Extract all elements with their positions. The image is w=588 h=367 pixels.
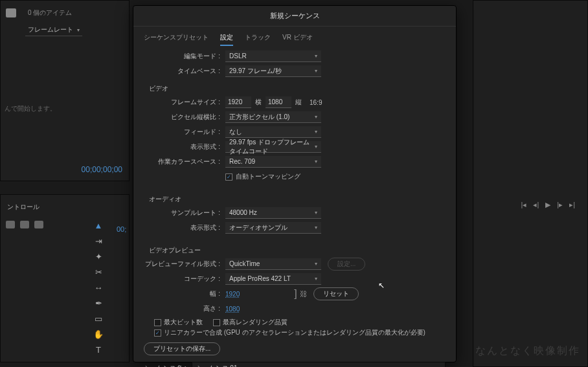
razor-tool-icon[interactable]: ✂ xyxy=(93,267,104,277)
track-select-tool-icon[interactable]: ⇥ xyxy=(93,236,104,246)
transport-controls: |◂ ◂| ▶ |▸ ▸| xyxy=(521,201,575,209)
max-bit-checkbox[interactable] xyxy=(154,319,161,326)
effect-controls-panel: ントロール xyxy=(0,194,130,362)
sequence-name-input[interactable] xyxy=(192,362,446,367)
edit-mode-select[interactable]: DSLR▾ xyxy=(225,50,321,62)
sequence-name-label: シーケンス名 : xyxy=(144,364,187,367)
linear-color-label: リニアカラーで合成 (GPU のアクセラレーションまたはレンダリング品質の最大化… xyxy=(164,328,425,337)
max-bit-label: 最大ビット数 xyxy=(164,318,203,327)
linear-color-checkbox[interactable] xyxy=(154,329,161,337)
chevron-down-icon: ▾ xyxy=(315,129,317,135)
step-fwd-icon[interactable]: |▸ xyxy=(557,201,563,209)
tab-settings[interactable]: 設定 xyxy=(220,33,233,46)
panel-icon-2[interactable] xyxy=(20,221,29,228)
program-monitor-panel xyxy=(473,0,588,367)
audio-display-fmt-label: 表示形式 : xyxy=(144,223,225,232)
timebase-select[interactable]: 29.97 フレーム/秒▾ xyxy=(225,65,321,77)
bracket-icon: ] xyxy=(294,288,297,300)
video-section-header: ビデオ xyxy=(149,84,446,93)
preview-height-label: 高さ : xyxy=(144,304,225,313)
preview-settings-button: 設定... xyxy=(328,258,365,271)
preview-file-fmt-label: プレビューファイル形式 : xyxy=(144,260,225,269)
chevron-down-icon: ▾ xyxy=(77,27,80,33)
play-icon[interactable]: ▶ xyxy=(545,201,550,209)
save-preset-button[interactable]: プリセットの保存... xyxy=(144,342,220,355)
color-space-label: 作業カラースペース : xyxy=(144,157,225,166)
edit-mode-label: 編集モード : xyxy=(144,52,225,61)
chevron-down-icon: ▾ xyxy=(315,53,317,59)
w-label: 横 xyxy=(255,98,262,107)
max-render-checkbox[interactable] xyxy=(213,319,220,326)
timeline-tools: ▲ ⇥ ✦ ✂ ↔ ✒ ▭ ✋ T xyxy=(91,220,106,355)
panel-title: ントロール xyxy=(6,200,124,214)
hand-tool-icon[interactable]: ✋ xyxy=(93,329,104,339)
link-icon[interactable]: ⛓ xyxy=(300,290,307,298)
panel-icon-3[interactable] xyxy=(34,221,43,228)
reset-button[interactable]: リセット xyxy=(313,287,359,300)
goto-out-icon[interactable]: ▸| xyxy=(569,201,575,209)
drop-hint: んで開始します。 xyxy=(5,104,56,113)
video-display-fmt-select[interactable]: 29.97 fps ドロップフレームタイムコード▾ xyxy=(225,141,321,153)
panel-icon-1[interactable] xyxy=(6,221,15,228)
fields-label: フィールド : xyxy=(144,128,225,137)
frame-width-input[interactable] xyxy=(225,96,251,108)
chevron-down-icon: ▾ xyxy=(315,210,317,216)
audio-section-header: オーディオ xyxy=(149,195,446,204)
par-select[interactable]: 正方形ピクセル (1.0)▾ xyxy=(225,111,321,123)
dialog-title: 新規シーケンス xyxy=(133,6,456,27)
slip-tool-icon[interactable]: ↔ xyxy=(93,282,104,293)
source-timecode: 00; xyxy=(117,225,126,233)
auto-tone-label: 自動トーンマッピング xyxy=(236,172,300,181)
chevron-down-icon: ▾ xyxy=(315,144,317,150)
chevron-down-icon: ▾ xyxy=(315,225,317,230)
aspect-label: 16:9 xyxy=(310,99,322,106)
rect-tool-icon[interactable]: ▭ xyxy=(93,313,104,324)
chevron-down-icon: ▾ xyxy=(315,276,317,282)
fields-select[interactable]: なし▾ xyxy=(225,126,321,138)
sample-rate-label: サンプルレート : xyxy=(144,208,225,217)
chevron-down-icon: ▾ xyxy=(315,159,317,164)
framerate-dropdown[interactable]: フレームレート ▾ xyxy=(25,24,82,36)
preview-width-label: 幅 : xyxy=(144,289,225,298)
bin-icon xyxy=(6,8,16,17)
preview-height-value[interactable]: 1080 xyxy=(225,306,240,313)
tab-vr[interactable]: VR ビデオ xyxy=(282,33,313,46)
chevron-down-icon: ▾ xyxy=(315,114,317,120)
codec-label: コーデック : xyxy=(144,274,225,284)
project-items-count: 0 個のアイテム xyxy=(23,6,77,20)
project-timecode: 00;00;00;00 xyxy=(82,165,122,174)
color-space-select[interactable]: Rec. 709▾ xyxy=(225,156,321,168)
ripple-tool-icon[interactable]: ✦ xyxy=(93,251,104,261)
preview-width-value[interactable]: 1920 xyxy=(225,291,240,298)
frame-size-label: フレームサイズ : xyxy=(144,98,225,107)
project-panel: 0 個のアイテム フレームレート ▾ んで開始します。 00;00;00;00 xyxy=(0,0,130,181)
pen-tool-icon[interactable]: ✒ xyxy=(93,298,104,308)
sample-rate-select[interactable]: 48000 Hz▾ xyxy=(225,207,321,219)
chevron-down-icon: ▾ xyxy=(315,68,317,74)
tab-presets[interactable]: シーケンスプリセット xyxy=(144,33,209,46)
codec-select[interactable]: Apple ProRes 422 LT▾ xyxy=(225,273,321,285)
audio-display-fmt-select[interactable]: オーディオサンプル▾ xyxy=(225,222,321,234)
new-sequence-dialog: 新規シーケンス シーケンスプリセット 設定 トラック VR ビデオ 編集モード … xyxy=(133,5,457,362)
max-render-label: 最高レンダリング品質 xyxy=(223,318,288,327)
par-label: ピクセル縦横比 : xyxy=(144,113,225,122)
chevron-down-icon: ▾ xyxy=(315,261,317,267)
tab-tracks[interactable]: トラック xyxy=(245,33,271,46)
preview-section-header: ビデオプレビュー xyxy=(149,246,446,255)
dialog-tabs: シーケンスプリセット 設定 トラック VR ビデオ xyxy=(133,27,456,46)
frame-height-input[interactable] xyxy=(266,96,291,108)
step-back-icon[interactable]: ◂| xyxy=(533,201,539,209)
preview-file-fmt-select[interactable]: QuickTime▾ xyxy=(225,258,321,270)
selection-tool-icon[interactable]: ▲ xyxy=(93,220,104,230)
goto-in-icon[interactable]: |◂ xyxy=(521,201,527,209)
type-tool-icon[interactable]: T xyxy=(93,344,104,355)
timebase-label: タイムベース : xyxy=(144,67,225,76)
h-label: 縦 xyxy=(295,98,302,107)
auto-tone-checkbox[interactable] xyxy=(225,173,232,181)
video-display-fmt-label: 表示形式 : xyxy=(144,142,225,151)
